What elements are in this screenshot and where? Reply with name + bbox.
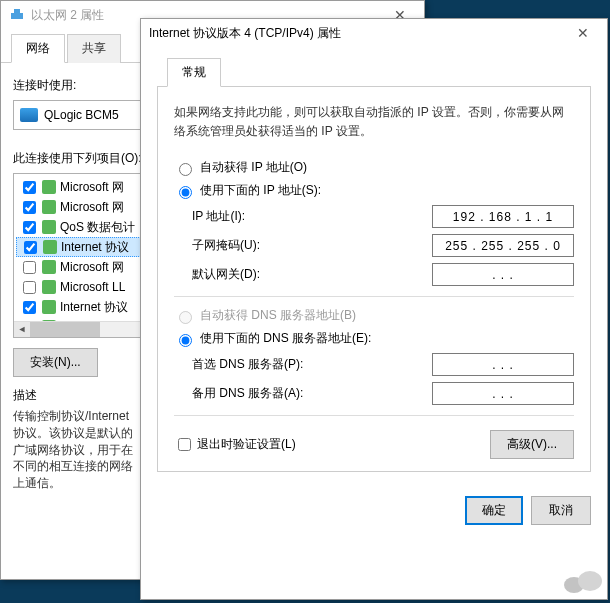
validate-checkbox[interactable] [178, 438, 191, 451]
radio-manual-dns-row[interactable]: 使用下面的 DNS 服务器地址(E): [174, 330, 574, 347]
scroll-left-arrow[interactable]: ◄ [14, 322, 30, 338]
gateway-input[interactable]: . . . [432, 263, 574, 286]
dns1-label: 首选 DNS 服务器(P): [192, 356, 432, 373]
radio-manual-dns-label: 使用下面的 DNS 服务器地址(E): [200, 330, 371, 347]
radio-auto-dns [179, 311, 192, 324]
tab-sharing[interactable]: 共享 [67, 34, 121, 63]
protocol-icon [43, 240, 57, 254]
radio-auto-dns-row: 自动获得 DNS 服务器地址(B) [174, 307, 574, 324]
list-item-label: Microsoft 网 [60, 259, 124, 276]
radio-auto-ip-label: 自动获得 IP 地址(O) [200, 159, 307, 176]
network-adapter-icon [20, 108, 38, 122]
protocol-icon [42, 180, 56, 194]
list-item-checkbox[interactable] [23, 301, 36, 314]
protocol-icon [42, 280, 56, 294]
description-text: 传输控制协议/Internet 协议。该协议是默认的广域网络协议，用于在不同的相… [13, 408, 143, 492]
watermark-icon [562, 567, 604, 597]
subnet-mask-label: 子网掩码(U): [192, 237, 432, 254]
adapter-name: QLogic BCM5 [44, 108, 119, 122]
radio-auto-ip-row[interactable]: 自动获得 IP 地址(O) [174, 159, 574, 176]
protocol-icon [42, 200, 56, 214]
list-item-checkbox[interactable] [23, 181, 36, 194]
svg-rect-0 [11, 13, 23, 19]
titlebar: Internet 协议版本 4 (TCP/IPv4) 属性 ✕ [141, 19, 607, 47]
validate-label: 退出时验证设置(L) [197, 436, 296, 453]
list-item-checkbox[interactable] [23, 201, 36, 214]
list-item-label: Microsoft LL [60, 280, 125, 294]
list-item-checkbox[interactable] [23, 221, 36, 234]
list-item-checkbox[interactable] [23, 281, 36, 294]
protocol-icon [42, 220, 56, 234]
list-item-label: Internet 协议 [60, 299, 128, 316]
advanced-button[interactable]: 高级(V)... [490, 430, 574, 459]
radio-manual-dns[interactable] [179, 334, 192, 347]
svg-rect-1 [14, 9, 20, 13]
svg-point-3 [578, 571, 602, 591]
list-item-checkbox[interactable] [23, 261, 36, 274]
radio-auto-dns-label: 自动获得 DNS 服务器地址(B) [200, 307, 356, 324]
radio-manual-ip-row[interactable]: 使用下面的 IP 地址(S): [174, 182, 574, 199]
cancel-button[interactable]: 取消 [531, 496, 591, 525]
radio-manual-ip[interactable] [179, 186, 192, 199]
scroll-thumb[interactable] [30, 322, 100, 338]
protocol-icon [42, 260, 56, 274]
list-item-label: Microsoft 网 [60, 199, 124, 216]
general-panel: 如果网络支持此功能，则可以获取自动指派的 IP 设置。否则，你需要从网络系统管理… [157, 86, 591, 472]
install-button[interactable]: 安装(N)... [13, 348, 98, 377]
ok-button[interactable]: 确定 [465, 496, 523, 525]
adapter-icon [9, 7, 25, 23]
list-item-label: Internet 协议 [61, 239, 129, 256]
dns2-label: 备用 DNS 服务器(A): [192, 385, 432, 402]
list-item-label: QoS 数据包计 [60, 219, 135, 236]
subnet-mask-input[interactable]: 255 . 255 . 255 . 0 [432, 234, 574, 257]
tab-general[interactable]: 常规 [167, 58, 221, 87]
close-button[interactable]: ✕ [563, 21, 603, 45]
info-text: 如果网络支持此功能，则可以获取自动指派的 IP 设置。否则，你需要从网络系统管理… [174, 103, 574, 141]
window-title: Internet 协议版本 4 (TCP/IPv4) 属性 [149, 25, 563, 42]
ip-address-label: IP 地址(I): [192, 208, 432, 225]
dns1-input[interactable]: . . . [432, 353, 574, 376]
ip-address-input[interactable]: 192 . 168 . 1 . 1 [432, 205, 574, 228]
list-item-label: Microsoft 网 [60, 179, 124, 196]
ipv4-properties-window: Internet 协议版本 4 (TCP/IPv4) 属性 ✕ 常规 如果网络支… [140, 18, 608, 600]
gateway-label: 默认网关(D): [192, 266, 432, 283]
list-item-checkbox[interactable] [24, 241, 37, 254]
tab-networking[interactable]: 网络 [11, 34, 65, 63]
dns2-input[interactable]: . . . [432, 382, 574, 405]
radio-auto-ip[interactable] [179, 163, 192, 176]
validate-on-exit-row[interactable]: 退出时验证设置(L) [174, 435, 296, 454]
radio-manual-ip-label: 使用下面的 IP 地址(S): [200, 182, 321, 199]
protocol-icon [42, 300, 56, 314]
